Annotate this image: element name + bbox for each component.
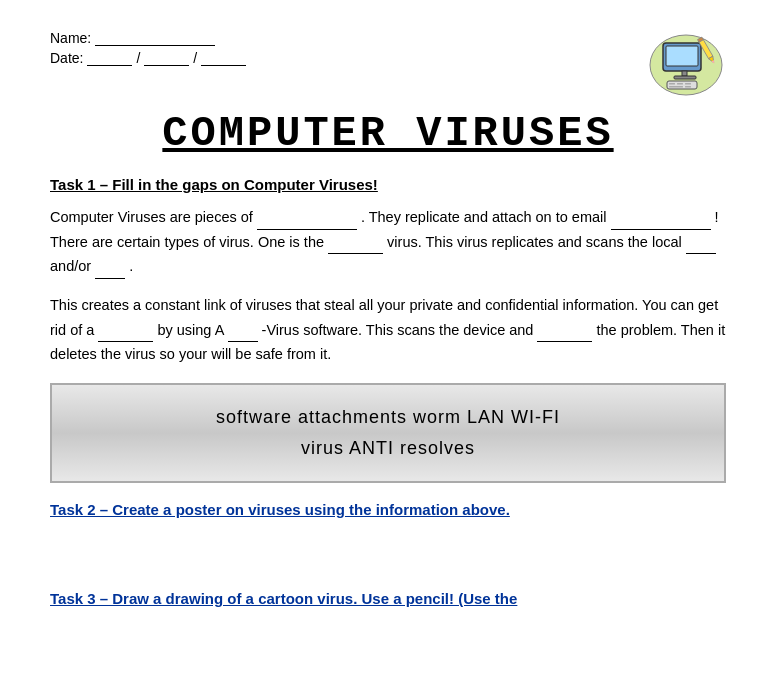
p2-blank3[interactable]: [537, 328, 592, 342]
date-month-field[interactable]: [144, 50, 189, 66]
name-line: Name:: [50, 30, 246, 46]
date-year-field[interactable]: [201, 50, 246, 66]
p1-blank4[interactable]: [686, 240, 716, 254]
p2-text3: -Virus software. This scans the device a…: [262, 322, 538, 338]
p1-text2: . They replicate and attach on to email: [361, 209, 611, 225]
name-label: Name:: [50, 30, 91, 46]
task2-heading: Task 2 – Create a poster on viruses usin…: [50, 501, 726, 518]
p2-text2: by using A: [157, 322, 223, 338]
task1-heading: Task 1 – Fill in the gaps on Computer Vi…: [50, 176, 726, 193]
date-sep2: /: [193, 50, 197, 66]
word-bank-row2: virus ANTI resolves: [72, 438, 704, 459]
page-title: COMPUTER VIRUSES: [50, 110, 726, 158]
svg-rect-3: [682, 71, 687, 76]
p1-blank5[interactable]: [95, 265, 125, 279]
date-sep1: /: [136, 50, 140, 66]
p2-blank1[interactable]: [98, 328, 153, 342]
svg-rect-9: [669, 86, 683, 88]
p1-blank1[interactable]: [257, 216, 357, 230]
word-bank: software attachments worm LAN WI-FI viru…: [50, 383, 726, 483]
svg-rect-2: [666, 46, 698, 66]
svg-rect-4: [674, 76, 696, 79]
p2-blank2[interactable]: [228, 328, 258, 342]
task1-paragraph1: Computer Viruses are pieces of . They re…: [50, 205, 726, 279]
p1-text6: .: [129, 258, 133, 274]
word-bank-row1: software attachments worm LAN WI-FI: [72, 407, 704, 428]
svg-rect-6: [669, 83, 675, 85]
svg-rect-8: [685, 83, 691, 85]
task3-heading: Task 3 – Draw a drawing of a cartoon vir…: [50, 590, 726, 607]
p1-text4: virus. This virus replicates and scans t…: [387, 234, 686, 250]
name-date-block: Name: Date: / /: [50, 30, 246, 66]
spacer2: [50, 563, 726, 580]
task1-paragraph2: This creates a constant link of viruses …: [50, 293, 726, 367]
date-day-field[interactable]: [87, 50, 132, 66]
p1-blank2[interactable]: [611, 216, 711, 230]
p1-text5: and/or: [50, 258, 95, 274]
date-line: Date: / /: [50, 50, 246, 66]
spacer: [50, 536, 726, 553]
computer-icon: [646, 30, 726, 100]
svg-rect-5: [667, 81, 697, 89]
name-field[interactable]: [95, 30, 215, 46]
date-label: Date:: [50, 50, 83, 66]
p1-blank3[interactable]: [328, 240, 383, 254]
header-section: Name: Date: / /: [50, 30, 726, 100]
svg-rect-10: [685, 86, 691, 88]
p1-text1: Computer Viruses are pieces of: [50, 209, 257, 225]
svg-rect-7: [677, 83, 683, 85]
